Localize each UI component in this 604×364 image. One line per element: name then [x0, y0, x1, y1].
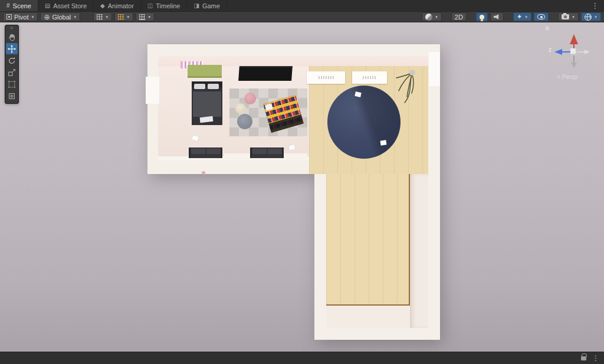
- tab-game[interactable]: ◨ Game: [187, 0, 226, 11]
- chevron-down-icon: ▼: [126, 15, 130, 19]
- chevron-down-icon: ▼: [435, 15, 438, 19]
- window-left[interactable]: [146, 77, 159, 104]
- bed-throw: [200, 116, 214, 123]
- lightbulb-icon: [480, 15, 484, 19]
- scale-icon: [8, 68, 16, 77]
- shaded-sphere-icon: [425, 14, 432, 21]
- pouf-pink[interactable]: [244, 93, 256, 104]
- small-object[interactable]: [202, 171, 205, 175]
- status-bar-menu-icon[interactable]: ⋮: [592, 355, 599, 362]
- tab-bar-menu-icon[interactable]: ⋮: [586, 0, 604, 11]
- tab-timeline[interactable]: ◫ Timeline: [141, 0, 188, 11]
- gizmo-z-axis-cone[interactable]: [554, 49, 562, 55]
- draw-mode-dropdown[interactable]: ▼: [422, 12, 442, 21]
- camera-settings-dropdown[interactable]: ▼: [558, 12, 579, 21]
- hallway-wood-floor[interactable]: [326, 174, 410, 304]
- pivot-dropdown[interactable]: Pivot ▼: [3, 12, 38, 21]
- scene-tab-icon: #: [6, 2, 10, 9]
- gizmo-z-label: z: [549, 47, 552, 53]
- tab-scene[interactable]: # Scene: [0, 0, 38, 11]
- audio-toggle[interactable]: [490, 12, 504, 21]
- tab-label: Timeline: [156, 2, 180, 9]
- scene-toolbar: Pivot ▼ ⊕ Global ▼ ▼ ▼ ▼ ▼ 2D: [0, 12, 604, 22]
- pillow: [194, 84, 205, 89]
- sofa-cushion: [206, 149, 221, 154]
- wall-frame-1[interactable]: [307, 71, 345, 84]
- chevron-down-icon: ▼: [524, 15, 528, 19]
- move-icon: [8, 45, 16, 53]
- tab-label: Animator: [108, 2, 134, 9]
- rect-tool-button[interactable]: [6, 78, 18, 90]
- sofa-cushion: [252, 149, 267, 154]
- transform-icon: [8, 92, 16, 100]
- gizmo-projection-label[interactable]: < Persp: [557, 74, 577, 80]
- round-navy-rug[interactable]: [327, 86, 401, 159]
- tool-palette: ≡: [5, 25, 19, 104]
- game-tab-icon: ◨: [193, 2, 199, 9]
- hand-tool-button[interactable]: [6, 31, 18, 42]
- timeline-tab-icon: ◫: [147, 2, 153, 9]
- palette-drag-handle[interactable]: ≡: [5, 26, 18, 31]
- hallway-side-floor[interactable]: [410, 174, 428, 328]
- chevron-down-icon: ▼: [594, 15, 598, 19]
- 2d-label: 2D: [455, 14, 463, 21]
- tab-label: Asset Store: [53, 2, 87, 9]
- chevron-down-icon: ▼: [31, 15, 34, 19]
- gizmo-x-axis-cone[interactable]: [585, 50, 590, 54]
- effects-star-icon: ✦: [517, 14, 522, 20]
- sofa-cushion: [268, 149, 282, 154]
- pouf-gray[interactable]: [237, 114, 252, 129]
- effects-dropdown[interactable]: ✦ ▼: [513, 12, 531, 21]
- scale-tool-button[interactable]: [6, 67, 18, 78]
- room-model: [0, 22, 604, 352]
- tab-label: Scene: [13, 2, 31, 9]
- sofa-right[interactable]: [250, 147, 284, 158]
- scene-visibility-toggle[interactable]: [534, 12, 549, 21]
- snap-increment-icon: [139, 14, 145, 20]
- animator-tab-icon: ◆: [100, 2, 105, 9]
- toggle-2d-button[interactable]: 2D: [451, 12, 467, 21]
- eye-icon: [537, 14, 545, 19]
- move-tool-button[interactable]: [6, 43, 18, 54]
- scene-lighting-toggle[interactable]: [476, 12, 488, 21]
- grid-snap-dropdown[interactable]: ▼: [114, 12, 133, 21]
- gizmos-dropdown[interactable]: ▼: [581, 12, 601, 21]
- grid-visibility-dropdown[interactable]: ▼: [93, 12, 112, 21]
- wall-frame-2[interactable]: [352, 71, 387, 84]
- paper[interactable]: [380, 140, 386, 145]
- camera-icon: [562, 14, 569, 19]
- transform-tool-button[interactable]: [6, 90, 18, 101]
- tab-asset-store[interactable]: ▤ Asset Store: [38, 0, 94, 11]
- handle-rotation-dropdown[interactable]: ⊕ Global ▼: [40, 12, 80, 21]
- chevron-down-icon: ▼: [572, 15, 575, 19]
- rect-icon: [8, 80, 16, 88]
- grid-icon: [97, 14, 103, 20]
- pivot-label: Pivot: [14, 14, 28, 21]
- lock-icon[interactable]: [581, 356, 586, 360]
- chevron-down-icon: ▼: [105, 15, 109, 19]
- bed[interactable]: [192, 81, 222, 125]
- lounger-cushion: [265, 103, 273, 111]
- tab-animator[interactable]: ◆ Animator: [94, 0, 141, 11]
- entry-floor[interactable]: [326, 306, 410, 328]
- gizmo-down-axis-cone[interactable]: [571, 63, 577, 68]
- potted-plant[interactable]: [394, 65, 419, 106]
- gizmo-center-cube[interactable]: [570, 48, 577, 55]
- scene-overlay-menu-icon[interactable]: ≡: [545, 25, 549, 32]
- globe-icon: ⊕: [44, 14, 50, 21]
- pouf-cream[interactable]: [235, 103, 246, 114]
- rotate-tool-button[interactable]: [6, 55, 18, 66]
- pivot-icon: [6, 14, 12, 19]
- window-right[interactable]: [429, 52, 440, 86]
- chevron-down-icon: ▼: [147, 15, 151, 19]
- scene-viewport[interactable]: ≡: [0, 22, 604, 352]
- gizmo-x-axis-line: [577, 51, 585, 53]
- snap-increment-dropdown[interactable]: ▼: [136, 12, 155, 21]
- sofa-cushion: [191, 149, 205, 154]
- gizmo-y-axis-cone[interactable]: [570, 34, 578, 44]
- green-sideboard[interactable]: [188, 65, 222, 78]
- sofa-left[interactable]: [189, 147, 222, 158]
- tv-screen[interactable]: [238, 66, 293, 81]
- bed-blanket: [193, 91, 221, 117]
- tab-label: Game: [202, 2, 220, 9]
